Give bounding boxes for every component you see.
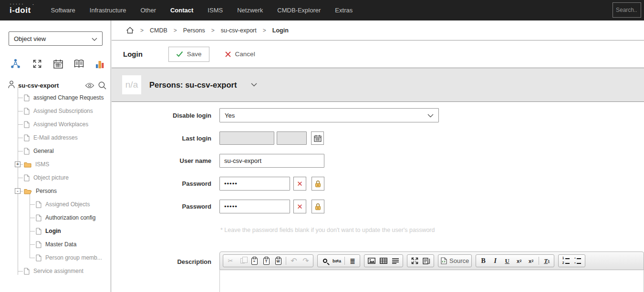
calendar-icon [314,135,322,142]
clear-password-confirm-button[interactable]: ✕ [293,200,306,213]
breadcrumb-persons[interactable]: Persons [183,27,205,34]
redo-icon[interactable]: ↷ [300,256,312,266]
breadcrumb-cmdb[interactable]: CMDB [150,27,167,34]
select-all-icon[interactable]: ≣ [347,256,358,266]
eye-icon[interactable] [85,82,94,89]
generate-password-confirm-button[interactable] [312,200,324,213]
table-icon[interactable] [378,256,389,266]
italic-icon[interactable]: I [489,256,501,266]
clear-password-button[interactable]: ✕ [293,177,306,191]
home-icon[interactable] [126,27,134,34]
description-editor-body[interactable] [219,270,644,292]
underline-icon[interactable]: U [501,256,513,266]
password-field[interactable] [219,177,290,191]
toolbar-group-find: b⇄a ≣ [317,254,360,267]
toolbar-group-clipboard: ✂ ≡ T W ↶ ↷ [223,254,313,267]
paste-icon[interactable]: ≡ [249,256,260,266]
search-icon[interactable] [98,81,107,90]
toolbar-group-insert [364,254,403,267]
menu-item-netzwerk[interactable]: Netzwerk [237,7,263,14]
chevron-down-icon[interactable] [251,83,257,87]
lock-icon [315,180,321,188]
password-hint: * Leave the password fields blank if you… [112,227,644,233]
tree-item-service-assignment[interactable]: Service assignment [0,264,111,278]
copy-icon[interactable] [237,256,248,266]
paste-plain-text-icon[interactable]: T [260,256,272,266]
main-content: > CMDB > Persons > su-csv-export > Login… [112,20,644,292]
maximize-icon[interactable] [409,256,420,266]
tree-item-login[interactable]: Login [0,224,111,238]
show-blocks-icon[interactable] [421,256,432,266]
paste-from-word-icon[interactable]: W [272,256,284,266]
document-icon [36,214,42,222]
tree-item-assigned-subscriptions[interactable]: Assigned Subscriptions [0,104,111,118]
find-icon[interactable] [319,256,331,266]
tree-item-isms[interactable]: + ISMS [0,158,111,171]
tree-item-authorization-config[interactable]: Authorization config [0,211,111,224]
menu-item-software[interactable]: Software [51,7,75,14]
description-editor: ✂ ≡ T W ↶ ↷ b⇄a [219,252,644,292]
tree-item-person-group-members[interactable]: Person group memb... [0,251,111,264]
document-icon [36,201,42,208]
password-row: Password ✕ [112,177,644,191]
folder-open-icon [24,188,32,194]
tree-expand-icon[interactable]: + [15,161,21,167]
last-login-row: Last login [112,131,644,145]
save-button[interactable]: Save [168,47,209,62]
tree-item-assigned-workplaces[interactable]: Assigned Workplaces [0,118,111,131]
tree-item-assigned-objects[interactable]: Assigned Objects [0,198,111,211]
menu-item-infrastructure[interactable]: Infrastructure [90,7,126,14]
remove-format-icon[interactable]: Tx [541,256,552,266]
generate-password-button[interactable] [312,177,324,191]
object-view-select-value: Object view [14,35,46,42]
cancel-button[interactable]: Cancel [223,47,257,62]
tree-item-master-data[interactable]: Master Data [0,238,111,251]
menu-item-cmdb-explorer[interactable]: CMDB-Explorer [277,7,321,14]
replace-icon[interactable]: b⇄a [331,256,343,266]
tree-item-object-picture[interactable]: Object picture [0,171,111,184]
subscript-icon[interactable]: x2 [513,256,525,266]
login-form: Disable login Yes Last login [112,102,644,292]
idoit-logo[interactable]: i-doit [10,6,31,15]
user-name-field[interactable] [219,154,324,168]
tree-item-assigned-change-requests[interactable]: assigned Change Requests [0,91,111,104]
tree-item-persons[interactable]: - Persons [0,184,111,198]
undo-icon[interactable]: ↶ [288,256,300,266]
menu-item-contact[interactable]: Contact [170,7,193,14]
document-icon [24,174,30,181]
tree-collapse-icon[interactable]: - [15,188,21,194]
object-view-select[interactable]: Object view [9,31,103,46]
object-relations-icon[interactable] [10,58,21,70]
cut-icon[interactable]: ✂ [225,256,236,266]
document-icon [24,108,30,115]
toolbar-group-basicstyles: B I U x2 x2 Tx [476,254,554,267]
menu-item-other[interactable]: Other [140,7,156,14]
toolbar-group-tools [407,254,434,267]
toolbar-group-lists: 12 ▪▪ [558,254,585,267]
password-confirm-field[interactable] [219,200,290,213]
calendar-icon[interactable] [53,59,63,69]
logbook-icon[interactable] [73,59,84,69]
image-icon[interactable] [366,256,377,266]
tree-item-email-addresses[interactable]: E-Mail addresses [0,131,111,144]
source-button[interactable]: Source [440,256,470,266]
breadcrumb-separator: > [174,27,177,34]
disable-login-select[interactable]: Yes [219,108,439,122]
global-search-input[interactable] [613,2,641,18]
sidebar: Object view [0,20,111,292]
user-name-label: User name [112,157,219,164]
menu-item-extras[interactable]: Extras [335,7,353,14]
expand-fullscreen-icon[interactable] [32,59,42,69]
menu-item-isms[interactable]: ISMS [208,7,223,14]
last-login-time-field [277,131,307,145]
numbered-list-icon[interactable]: 12 [560,256,571,266]
breadcrumb-object[interactable]: su-csv-export [221,27,257,34]
superscript-icon[interactable]: x2 [525,256,537,266]
horizontal-rule-icon[interactable] [390,256,401,266]
bold-icon[interactable]: B [478,256,489,266]
password-label: Password [112,180,219,187]
statistics-chart-icon[interactable] [95,59,105,69]
tree-item-general[interactable]: General [0,144,111,158]
bulleted-list-icon[interactable]: ▪▪ [572,256,583,266]
date-picker-button[interactable] [311,131,324,145]
